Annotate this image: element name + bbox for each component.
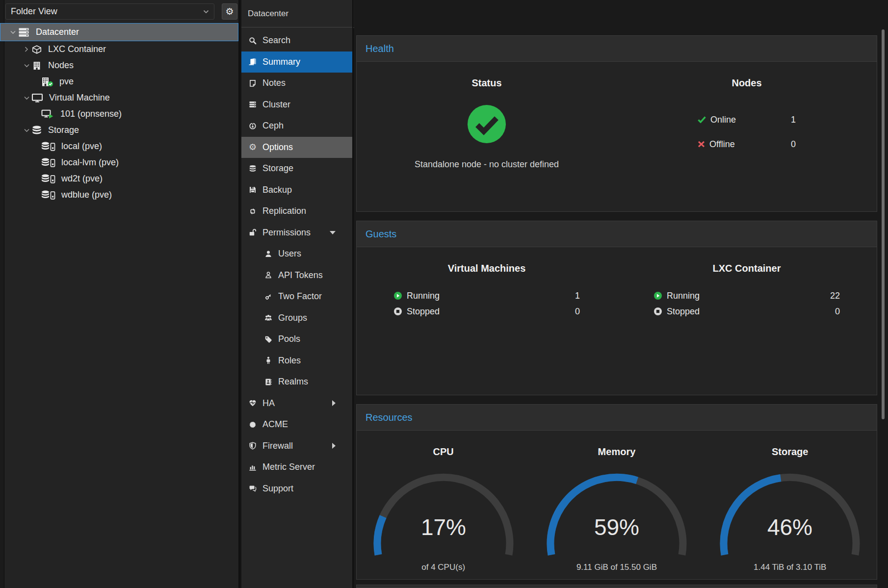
status-heading: Status <box>357 77 617 89</box>
menu-item-two-factor[interactable]: Two Factor <box>241 286 352 307</box>
menu-item-ceph[interactable]: Ceph <box>241 115 352 137</box>
tree-item-storage-local-lvm[interactable]: local-lvm (pve) <box>0 154 238 171</box>
tree-item-nodes[interactable]: Nodes <box>0 57 238 74</box>
tree-item-label: local-lvm (pve) <box>61 157 119 168</box>
desktop-icon <box>31 93 43 103</box>
cpu-heading: CPU <box>357 446 530 458</box>
menu-item-label: Ceph <box>262 121 284 131</box>
gear-icon: ⚙ <box>248 143 258 151</box>
menu-item-metric-server[interactable]: Metric Server <box>241 457 352 478</box>
users-group-icon <box>263 314 273 322</box>
ceph-icon <box>248 122 258 130</box>
bar-chart-icon <box>248 463 258 471</box>
menu-item-groups[interactable]: Groups <box>241 307 352 329</box>
menu-item-label: Replication <box>262 206 306 216</box>
menu-item-ha[interactable]: HA <box>241 393 352 414</box>
menu-item-options[interactable]: ⚙ Options <box>241 137 352 158</box>
menu-item-backup[interactable]: Backup <box>241 179 352 201</box>
tree-item-storage-local[interactable]: local (pve) <box>0 138 238 154</box>
user-outline-icon <box>263 271 273 279</box>
chevron-down-icon[interactable] <box>23 96 30 100</box>
chevron-down-icon[interactable] <box>9 30 17 34</box>
tree-item-lxc-container[interactable]: LXC Container <box>0 41 238 57</box>
chevron-down-icon[interactable] <box>23 64 30 68</box>
floppy-icon <box>248 186 258 194</box>
storage-gauge-caption: 1.44 TiB of 3.10 TiB <box>754 562 826 572</box>
menu-item-label: Groups <box>278 313 307 323</box>
chevron-down-icon[interactable] <box>330 231 336 234</box>
menu-item-support[interactable]: Support <box>241 478 352 500</box>
menu-item-realms[interactable]: Realms <box>241 371 352 393</box>
tree-item-storage[interactable]: Storage <box>0 122 238 138</box>
row-value: 1 <box>575 291 580 301</box>
table-row: Running 22 <box>653 288 840 304</box>
row-label: Offline <box>709 139 735 150</box>
memory-gauge: 59% 9.11 GiB of 15.50 GiB <box>530 471 703 572</box>
chevron-down-icon <box>203 10 209 14</box>
summary-content-area: Health Status Standalone node - no clust… <box>354 0 888 588</box>
tree-item-datacenter[interactable]: Datacenter <box>0 23 238 41</box>
tree-item-label: wd2t (pve) <box>61 174 103 184</box>
stop-circle-icon <box>393 307 402 316</box>
tree-settings-button[interactable]: ⚙ <box>222 3 237 20</box>
certificate-icon <box>248 421 258 429</box>
health-nodes-column: Nodes Online 1 <box>617 62 877 170</box>
address-book-icon <box>263 378 273 386</box>
menu-item-api-tokens[interactable]: API Tokens <box>241 265 352 286</box>
chevron-right-icon[interactable] <box>332 443 336 449</box>
database-drive-icon <box>41 174 55 184</box>
menu-item-permissions[interactable]: Permissions <box>241 222 352 244</box>
nodes-table: Online 1 Offline 0 <box>698 107 796 156</box>
storage-heading: Storage <box>704 446 877 458</box>
tree-item-virtual-machine[interactable]: Virtual Machine <box>0 90 238 106</box>
database-drive-icon <box>41 190 55 200</box>
menu-item-roles[interactable]: Roles <box>241 350 352 372</box>
tree-item-storage-wdblue[interactable]: wdblue (pve) <box>0 187 238 203</box>
menu-item-label: HA <box>262 398 275 409</box>
menu-item-firewall[interactable]: Firewall <box>241 435 352 457</box>
menu-item-replication[interactable]: Replication <box>241 201 352 222</box>
row-value: 0 <box>835 307 840 317</box>
menu-item-acme[interactable]: ACME <box>241 414 352 435</box>
cpu-gauge: 17% of 4 CPU(s) <box>357 471 530 572</box>
search-icon <box>248 37 258 45</box>
stop-circle-icon <box>653 307 662 316</box>
tree-item-label: Nodes <box>48 60 74 71</box>
row-label: Running <box>407 291 440 301</box>
menu-item-users[interactable]: Users <box>241 243 352 265</box>
cpu-gauge-value: 17% <box>421 514 466 540</box>
chevron-down-icon[interactable] <box>23 128 30 132</box>
storage-gauge-column: Storage 46% 1.44 TiB of 3.10 TiB <box>704 431 877 572</box>
menu-item-pools[interactable]: Pools <box>241 329 352 350</box>
tree-item-pve[interactable]: pve <box>0 74 238 90</box>
key-icon <box>263 293 273 301</box>
datacenter-menu-panel: Datacenter Search Summary Notes Cluster <box>241 0 353 588</box>
menu-item-summary[interactable]: Summary <box>241 51 352 73</box>
desktop-play-icon <box>41 109 54 119</box>
menu-item-label: Permissions <box>262 228 311 238</box>
menu-item-search[interactable]: Search <box>241 30 352 51</box>
vertical-scrollbar[interactable] <box>882 29 885 419</box>
menu-item-storage[interactable]: Storage <box>241 158 352 179</box>
health-panel-title: Health <box>357 36 877 62</box>
menu-item-cluster[interactable]: Cluster <box>241 94 352 116</box>
menu-item-label: Support <box>262 484 293 494</box>
row-value: 0 <box>791 139 796 150</box>
table-row: Online 1 <box>698 107 796 132</box>
menu-item-label: Metric Server <box>262 462 315 472</box>
menu-item-label: Search <box>262 35 290 46</box>
row-value: 1 <box>791 115 796 125</box>
health-panel: Health Status Standalone node - no clust… <box>356 35 877 212</box>
chevron-right-icon[interactable] <box>332 400 336 406</box>
tree-item-storage-wd2t[interactable]: wd2t (pve) <box>0 171 238 187</box>
tag-icon <box>263 335 273 343</box>
tree-item-vm-101[interactable]: 101 (opnsense) <box>0 106 238 122</box>
chevron-right-icon[interactable] <box>23 47 30 52</box>
view-selector-dropdown[interactable]: Folder View <box>5 3 214 20</box>
vm-table: Running 1 Stopped 0 <box>393 288 580 319</box>
tree-item-label: LXC Container <box>48 44 106 54</box>
next-panel-edge <box>356 585 877 588</box>
view-selector-value: Folder View <box>11 6 57 17</box>
cpu-gauge-caption: of 4 CPU(s) <box>421 562 465 572</box>
menu-item-notes[interactable]: Notes <box>241 73 352 94</box>
